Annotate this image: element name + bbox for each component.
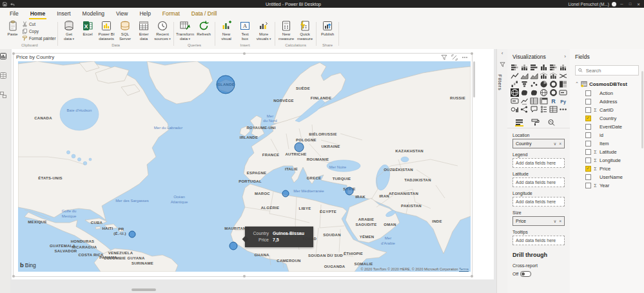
viz-type-more-visuals-icon[interactable] [559, 105, 567, 114]
field-item-id[interactable]: id [570, 131, 644, 139]
refresh-button[interactable]: Refresh [195, 20, 213, 37]
fields-scrollbar[interactable] [641, 71, 643, 148]
tunisia-bubble[interactable] [282, 190, 289, 197]
report-canvas[interactable]: Price by Country [10, 49, 496, 293]
viz-type-waterfall-chart-icon[interactable] [511, 80, 519, 88]
viz-type-card-icon[interactable] [559, 88, 567, 97]
tab-fields[interactable] [515, 117, 523, 126]
viz-type-slicer-icon[interactable] [540, 105, 548, 114]
save-icon[interactable] [3, 2, 7, 6]
viz-type-python-visual-icon[interactable]: Py [559, 97, 567, 105]
chevron-down-icon[interactable]: ∨ [553, 141, 556, 146]
cut-button[interactable]: Cut [22, 21, 56, 27]
ribbon-tab-insert[interactable]: Insert [51, 8, 76, 19]
field-item-cartid[interactable]: ΣCartID [570, 106, 644, 114]
field-checkbox[interactable] [585, 99, 591, 105]
search-input[interactable] [585, 67, 636, 74]
model-view-icon[interactable] [0, 92, 6, 98]
field-checkbox[interactable] [585, 132, 591, 138]
viz-type-paginated-report-icon[interactable] [549, 105, 558, 114]
field-checkbox[interactable] [585, 166, 591, 172]
collapse-table-icon[interactable]: ⌃ [575, 81, 579, 86]
field-item-country[interactable]: Country [570, 114, 644, 123]
field-checkbox[interactable] [585, 124, 591, 130]
maximize-button[interactable]: □ [627, 2, 633, 6]
guinea-bissau-bubble[interactable] [229, 242, 237, 250]
viz-type-clustered-column-chart-icon[interactable] [540, 63, 548, 72]
more-options-icon[interactable] [462, 54, 468, 61]
viz-type-stacked-bar-chart-icon[interactable] [511, 63, 519, 72]
ribbon-tab-view[interactable]: View [110, 8, 133, 19]
resize-handle[interactable] [243, 275, 246, 278]
field-item-action[interactable]: Action [570, 89, 644, 97]
new-visual-button[interactable]: Newvisual [217, 20, 236, 41]
viz-type-shape-map-icon[interactable] [530, 88, 538, 97]
field-checkbox[interactable] [585, 90, 591, 96]
viz-type-100-stacked-column-chart-icon[interactable] [559, 63, 567, 72]
well-latitude[interactable]: Add data fields here [512, 177, 565, 187]
minimize-button[interactable]: ─ [619, 2, 625, 6]
bing-map[interactable]: CANADAÉTATS-UNISMEXIQUECUBAHAITIPR(É.-U.… [18, 61, 471, 272]
resize-handle[interactable] [471, 52, 473, 55]
field-item-item[interactable]: Item [570, 139, 644, 148]
quick-measure-button[interactable]: Quickmeasure [296, 20, 315, 41]
viz-type-stacked-area-chart-icon[interactable] [530, 72, 538, 80]
filters-pane-label[interactable]: Filters [497, 74, 503, 90]
horizontal-scrollbar[interactable] [10, 288, 490, 292]
more-visuals-button[interactable]: Morevisuals ▾ [255, 20, 273, 41]
format-painter-button[interactable]: Format painter [22, 35, 56, 41]
field-checkbox[interactable] [585, 141, 591, 146]
viz-type-clustered-bar-chart-icon[interactable] [530, 63, 538, 72]
sql-server-button[interactable]: SQLServer [116, 20, 135, 41]
viz-type-qa-visual-icon[interactable] [530, 105, 538, 114]
well-longitude[interactable]: Add data fields here [512, 197, 565, 207]
viz-type-scatter-chart-icon[interactable] [530, 80, 538, 88]
iceland-bubble[interactable] [217, 76, 235, 94]
transform-data-button[interactable]: Transformdata ▾ [176, 20, 195, 41]
field-item-price[interactable]: ΣPrice [570, 165, 644, 173]
viz-type-map-icon[interactable] [511, 88, 519, 97]
well-size[interactable]: Price∨× [512, 216, 565, 226]
text-box-button[interactable]: ATextbox [236, 20, 255, 41]
copy-button[interactable]: Copy [22, 28, 56, 34]
viz-type-table-icon[interactable] [530, 97, 538, 105]
publish-button[interactable]: Publish [318, 20, 337, 37]
remove-field-icon[interactable]: × [559, 141, 561, 146]
field-item-eventdate[interactable]: EventDate [570, 123, 644, 131]
field-item-address[interactable]: Address [570, 97, 644, 106]
syria-bubble[interactable] [346, 187, 353, 195]
ribbon-tab-data-drill[interactable]: Data / Drill [186, 8, 223, 19]
account-name[interactable]: Lionel Penuchot (M...) [568, 2, 609, 6]
table-node-cosmosdbtest[interactable]: ⌃ CosmosDBTest [570, 76, 644, 89]
excel-button[interactable]: XExcel [79, 20, 97, 37]
report-page[interactable]: Price by Country [12, 49, 494, 279]
well-location[interactable]: Country∨× [512, 139, 565, 148]
viz-type-ribbon-chart-icon[interactable] [559, 72, 567, 80]
get-data-button[interactable]: Getdata ▾ [60, 20, 79, 41]
well-tooltips[interactable]: Add data fields here [512, 236, 565, 245]
paste-button[interactable]: Paste [3, 20, 22, 37]
viz-type-stacked-column-chart-icon[interactable] [520, 63, 529, 72]
expand-filters-icon[interactable]: ‹ [497, 49, 507, 58]
ribbon-tab-help[interactable]: Help [133, 8, 156, 19]
viz-type-line-chart-icon[interactable] [511, 72, 519, 80]
resize-handle[interactable] [12, 52, 15, 55]
viz-type-area-chart-icon[interactable] [520, 72, 529, 80]
report-view-icon[interactable] [0, 53, 6, 59]
viz-type-kpi-icon[interactable] [520, 97, 529, 105]
map-visual[interactable]: Price by Country [13, 53, 473, 277]
ribbon-tab-format[interactable]: Format [157, 8, 186, 19]
field-checkbox[interactable] [585, 116, 591, 121]
remove-field-icon[interactable]: × [559, 219, 561, 224]
resize-handle[interactable] [243, 52, 246, 55]
viz-type-pie-chart-icon[interactable] [540, 80, 548, 88]
terms-link[interactable]: Terms [459, 267, 469, 271]
bing-logo[interactable]: bBing [20, 261, 36, 268]
ribbon-tab-modeling[interactable]: Modeling [77, 8, 111, 19]
field-checkbox[interactable] [585, 107, 591, 113]
central-europe-bubble[interactable] [295, 143, 304, 152]
collapse-visualizations-icon[interactable]: › [564, 54, 566, 59]
canvas-scrollbar[interactable] [473, 61, 475, 97]
close-button[interactable]: ✕ [636, 2, 641, 6]
avatar[interactable] [612, 2, 616, 6]
